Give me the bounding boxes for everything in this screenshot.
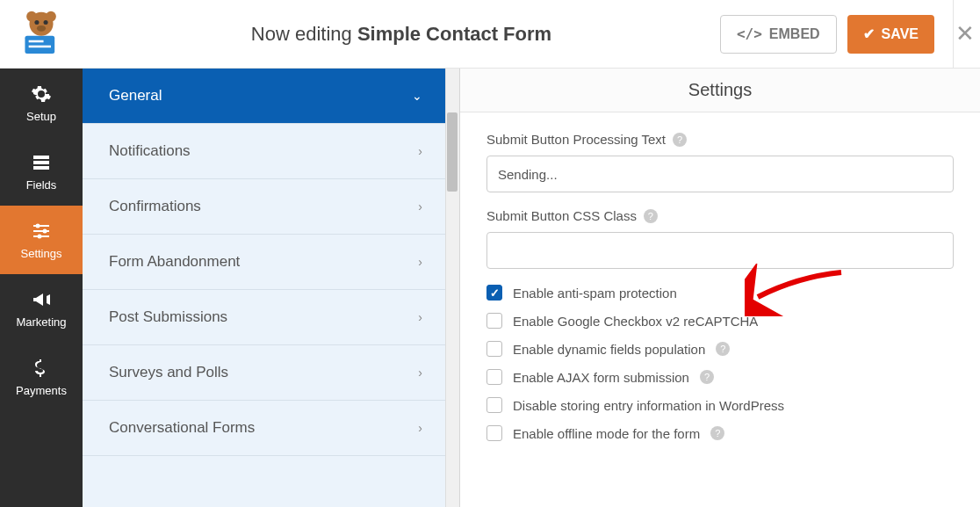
chevron-down-icon: ⌄ bbox=[412, 89, 422, 103]
close-icon[interactable]: ✕ bbox=[950, 20, 980, 47]
svg-rect-1 bbox=[29, 40, 44, 42]
chevron-right-icon: › bbox=[418, 366, 422, 380]
sidebar-item-fields[interactable]: Fields bbox=[0, 137, 83, 206]
sliders-icon bbox=[31, 221, 52, 242]
help-icon[interactable]: ? bbox=[716, 342, 730, 356]
settings-item-surveys-polls[interactable]: Surveys and Polls › bbox=[83, 345, 445, 401]
checkbox-label: Enable dynamic fields population bbox=[513, 342, 705, 357]
scroll-thumb[interactable] bbox=[447, 112, 458, 192]
processing-text-input[interactable] bbox=[486, 156, 954, 192]
panel-title: Settings bbox=[460, 69, 980, 112]
svg-rect-9 bbox=[33, 156, 49, 159]
help-icon[interactable]: ? bbox=[644, 209, 658, 223]
checkbox-disable-storing[interactable] bbox=[486, 397, 502, 413]
help-icon[interactable]: ? bbox=[710, 426, 724, 440]
gear-icon bbox=[31, 83, 52, 105]
scrollbar[interactable] bbox=[445, 69, 459, 507]
checkbox-label: Enable anti-spam protection bbox=[513, 286, 677, 301]
svg-rect-10 bbox=[33, 161, 49, 164]
save-button[interactable]: ✔ SAVE bbox=[847, 15, 934, 54]
sidebar-item-setup[interactable]: Setup bbox=[0, 69, 83, 137]
sidebar-item-payments[interactable]: Payments bbox=[0, 343, 83, 411]
sidebar-item-settings[interactable]: Settings bbox=[0, 206, 83, 274]
svg-point-8 bbox=[37, 25, 46, 31]
css-class-label: Submit Button CSS Class ? bbox=[486, 208, 954, 223]
checkbox-label: Enable AJAX form submission bbox=[513, 370, 689, 385]
svg-rect-0 bbox=[25, 35, 54, 53]
svg-point-4 bbox=[26, 11, 37, 21]
checkbox-recaptcha[interactable] bbox=[486, 313, 502, 329]
chevron-right-icon: › bbox=[418, 310, 422, 324]
svg-rect-11 bbox=[33, 166, 49, 170]
settings-item-general[interactable]: General ⌄ bbox=[83, 69, 445, 124]
bullhorn-icon bbox=[31, 289, 52, 310]
chevron-right-icon: › bbox=[418, 199, 422, 214]
checkbox-label: Enable Google Checkbox v2 reCAPTCHA bbox=[513, 314, 758, 329]
settings-item-post-submissions[interactable]: Post Submissions › bbox=[83, 290, 445, 345]
svg-point-5 bbox=[46, 11, 56, 21]
editing-title: Now editing Simple Contact Form bbox=[83, 23, 720, 46]
chevron-right-icon: › bbox=[418, 144, 422, 158]
svg-point-7 bbox=[44, 19, 48, 24]
settings-menu: General ⌄ Notifications › Confirmations … bbox=[83, 69, 460, 507]
checkbox-label: Enable offline mode for the form bbox=[513, 426, 700, 441]
code-icon: </> bbox=[737, 25, 762, 42]
svg-point-16 bbox=[43, 228, 47, 233]
svg-point-17 bbox=[38, 234, 42, 238]
check-icon: ✔ bbox=[863, 25, 875, 42]
checkbox-ajax[interactable] bbox=[486, 369, 502, 385]
checkbox-offline-mode[interactable] bbox=[486, 425, 502, 441]
checkbox-anti-spam[interactable] bbox=[486, 285, 502, 301]
help-icon[interactable]: ? bbox=[673, 133, 687, 147]
checkbox-label: Disable storing entry information in Wor… bbox=[513, 398, 784, 413]
processing-text-label: Submit Button Processing Text ? bbox=[486, 132, 954, 147]
settings-item-notifications[interactable]: Notifications › bbox=[83, 124, 445, 179]
list-icon bbox=[31, 152, 52, 173]
chevron-right-icon: › bbox=[418, 421, 422, 435]
dollar-icon bbox=[31, 358, 52, 379]
svg-point-6 bbox=[34, 19, 39, 24]
app-logo bbox=[0, 11, 83, 58]
left-sidebar: Setup Fields Settings Marketing Payments bbox=[0, 69, 83, 507]
settings-item-confirmations[interactable]: Confirmations › bbox=[83, 179, 445, 235]
css-class-input[interactable] bbox=[486, 232, 954, 269]
svg-point-15 bbox=[36, 223, 40, 228]
settings-item-conversational-forms[interactable]: Conversational Forms › bbox=[83, 401, 445, 456]
help-icon[interactable]: ? bbox=[700, 370, 714, 384]
sidebar-item-marketing[interactable]: Marketing bbox=[0, 274, 83, 343]
embed-button[interactable]: </> EMBED bbox=[720, 15, 837, 54]
chevron-right-icon: › bbox=[418, 255, 422, 269]
checkbox-dynamic-fields[interactable] bbox=[486, 341, 502, 357]
svg-rect-2 bbox=[29, 45, 51, 47]
settings-item-form-abandonment[interactable]: Form Abandonment › bbox=[83, 235, 445, 290]
